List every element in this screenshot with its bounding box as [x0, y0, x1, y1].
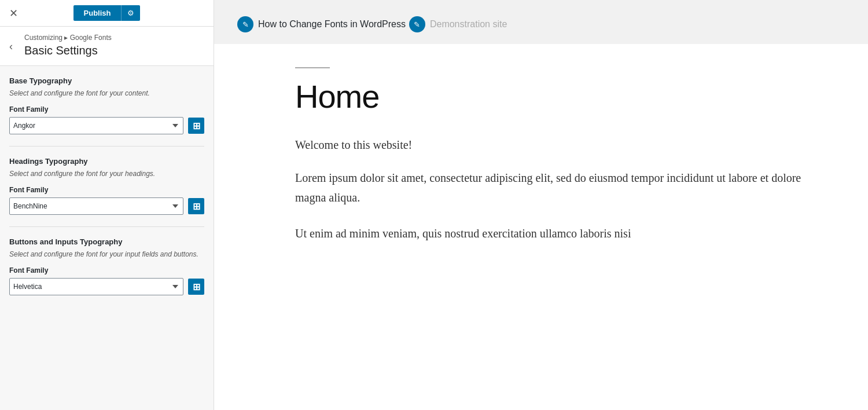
top-bar: ✕ Publish ⚙: [0, 0, 214, 27]
back-button[interactable]: ‹: [6, 38, 16, 54]
divider-2: [9, 226, 204, 227]
base-expand-button[interactable]: ⊞: [188, 118, 204, 134]
buttons-inputs-desc: Select and configure the font for your i…: [9, 249, 204, 259]
preview-link-article-label: How to Change Fonts in WordPress: [258, 19, 406, 30]
buttons-inputs-heading: Buttons and Inputs Typography: [9, 237, 204, 246]
base-typography-section: Base Typography Select and configure the…: [9, 76, 204, 134]
publish-button[interactable]: Publish: [73, 5, 122, 21]
base-typography-desc: Select and configure the font for your c…: [9, 88, 204, 98]
main-preview: ✎ How to Change Fonts in WordPress ✎ Dem…: [214, 0, 868, 410]
preview-link-demo[interactable]: ✎ Demonstration site: [409, 16, 507, 32]
buttons-expand-button[interactable]: ⊞: [188, 279, 204, 295]
headings-font-row: BenchNine ⊞: [9, 197, 204, 215]
base-font-row: Angkor ⊞: [9, 117, 204, 134]
headings-typography-section: Headings Typography Select and configure…: [9, 157, 204, 215]
headings-typography-desc: Select and configure the font for your h…: [9, 169, 204, 179]
preview-link-demo-label: Demonstration site: [430, 19, 507, 30]
preview-rule: [295, 67, 330, 68]
headings-typography-heading: Headings Typography: [9, 157, 204, 166]
preview-lorem-2: Ut enim ad minim veniam, quis nostrud ex…: [295, 224, 833, 243]
preview-lorem-1: Lorem ipsum dolor sit amet, consectetur …: [295, 168, 833, 207]
base-font-family-label: Font Family: [9, 105, 204, 114]
headings-expand-button[interactable]: ⊞: [188, 198, 204, 214]
edit-icon-1: ✎: [237, 16, 253, 32]
sidebar: ✕ Publish ⚙ ‹ Customizing ▸ Google Fonts…: [0, 0, 214, 410]
headings-font-family-label: Font Family: [9, 186, 204, 194]
gear-button[interactable]: ⚙: [121, 5, 140, 21]
breadcrumb-area: ‹ Customizing ▸ Google Fonts Basic Setti…: [0, 27, 214, 66]
headings-font-select[interactable]: BenchNine: [9, 197, 183, 215]
preview-link-article[interactable]: ✎ How to Change Fonts in WordPress: [237, 16, 406, 32]
breadcrumb: Customizing ▸ Google Fonts: [24, 34, 204, 42]
page-title: Basic Settings: [24, 44, 204, 57]
preview-content: Home Welcome to this website! Lorem ipsu…: [214, 44, 868, 266]
publish-group: Publish ⚙: [73, 5, 141, 21]
preview-home-title: Home: [295, 78, 833, 115]
preview-header: ✎ How to Change Fonts in WordPress ✎ Dem…: [214, 0, 868, 44]
buttons-inputs-section: Buttons and Inputs Typography Select and…: [9, 237, 204, 295]
sidebar-content: Base Typography Select and configure the…: [0, 66, 214, 317]
close-button[interactable]: ✕: [7, 6, 20, 21]
buttons-font-row: Helvetica ⊞: [9, 278, 204, 295]
buttons-font-select[interactable]: Helvetica: [9, 278, 183, 295]
buttons-font-family-label: Font Family: [9, 266, 204, 274]
preview-welcome: Welcome to this website!: [295, 138, 833, 152]
base-typography-heading: Base Typography: [9, 76, 204, 85]
base-font-select[interactable]: Angkor: [9, 117, 183, 134]
edit-icon-2: ✎: [409, 16, 425, 32]
divider-1: [9, 146, 204, 147]
